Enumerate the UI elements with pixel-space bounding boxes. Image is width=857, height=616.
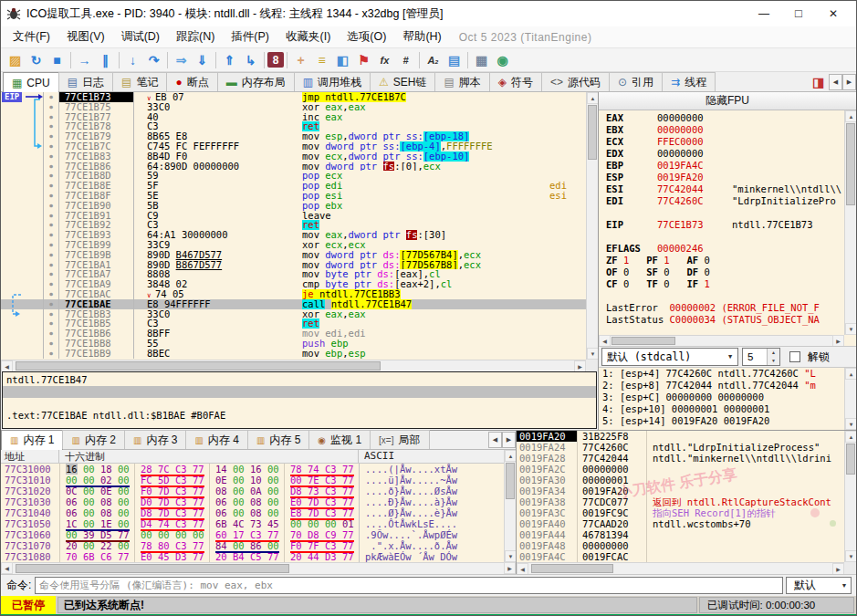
tab-scroll-right-button[interactable] (842, 74, 856, 90)
breakpoint-dot[interactable]: ● (43, 230, 59, 240)
register-row[interactable]: ESI77C42044"minkernel\\ntdll\\ (599, 183, 844, 195)
breakpoint-dot[interactable]: ● (43, 309, 59, 319)
dump-row[interactable]: 77C3100016 00 18 0028 7C C3 7714 00 16 0… (1, 464, 516, 475)
strings-icon[interactable]: A₂ (423, 50, 444, 70)
tab-dump4[interactable]: ▥内存 4 (185, 430, 247, 449)
stack-row[interactable]: 0019FA3C0019FC9C指向SEH_Record[1]的指针 (517, 507, 844, 518)
command-default-select[interactable]: 默认 (786, 577, 852, 594)
disasm-row[interactable]: ●77CE1B7533C0xor eax,eax (1, 102, 586, 112)
stack-vscrollbar[interactable] (844, 431, 856, 562)
stack-row[interactable]: 0019FA4077CAAD20ntdll.wcstombs+70 (517, 518, 844, 529)
stack-row[interactable]: 0019FA340019FA20 (517, 485, 844, 496)
disasm-row[interactable]: ●77CE1B838B4D F0mov ecx,dword ptr ss:[eb… (1, 151, 586, 162)
breakpoint-dot[interactable]: ● (43, 289, 59, 299)
tab-log[interactable]: ▤日志 (58, 72, 113, 91)
menu-item-plugins[interactable]: 插件(P) (223, 27, 277, 47)
breakpoint-dot[interactable]: ● (43, 299, 59, 309)
breakpoint-dot[interactable]: ● (43, 240, 59, 250)
tab-threads[interactable]: ⇉线程 (662, 72, 716, 91)
register-row[interactable]: EAX00000000 (599, 112, 844, 124)
stack-row[interactable]: 0019FA4C0019FCAC (517, 551, 844, 562)
register-row[interactable] (599, 290, 844, 302)
breakpoint-dot[interactable]: ● (43, 191, 59, 201)
menu-item-options[interactable]: 选项(O) (339, 27, 394, 47)
tab-cpu[interactable]: ▦CPU (3, 72, 59, 92)
calculator-icon[interactable]: ▦ (471, 50, 492, 70)
registers-vscrollbar[interactable] (844, 110, 856, 335)
arg-count-stepper[interactable]: 5 (742, 348, 780, 366)
minimize-button[interactable] (747, 3, 781, 25)
stack-hscrollbar[interactable] (517, 562, 844, 574)
register-row[interactable]: CF 0 TF 0 IF 1 (599, 278, 844, 290)
stack-row[interactable]: 0019FA2477C4260Cntdll."LdrpInitializePro… (517, 442, 844, 453)
breakpoint-dot[interactable]: ● (43, 349, 59, 359)
tab-scroll-left-button[interactable] (829, 74, 842, 90)
arg-row[interactable]: 3: [esp+C] 00000000 00000000 (599, 392, 856, 403)
register-row[interactable]: EBX00000000 (599, 124, 844, 136)
modules-icon[interactable]: ▤ (444, 50, 465, 70)
register-row[interactable]: EFLAGS00000246 (599, 243, 844, 255)
close-button[interactable] (816, 3, 851, 25)
hide-fpu-button[interactable]: 隐藏FPU (599, 92, 856, 110)
breakpoint-dot[interactable]: ● (43, 260, 59, 270)
arg-row[interactable]: 5: [esp+14] 0019FA20 0019FA20 (599, 415, 856, 427)
patches-icon[interactable]: + (290, 50, 311, 70)
breakpoint-dot[interactable]: ● (43, 201, 59, 211)
dump-row[interactable]: 77C3108070 6B C6 77E0 45 D3 7720 B4 C5 7… (1, 551, 516, 562)
arg-row[interactable]: 1: [esp+4] 77C4260C ntdll.77C4260C "L (599, 368, 856, 380)
dump-row[interactable]: 77C310200C 00 0E 00F0 7D C3 7708 00 0A 0… (1, 485, 516, 496)
trace-record-icon[interactable]: 8 (267, 52, 284, 68)
stack-row[interactable]: 0019FA4800000000 (517, 540, 844, 551)
stack-row[interactable]: 0019FA3877CDC077返回到 ntdll.RtlCaptureStac… (517, 496, 844, 507)
tab-dump2[interactable]: ▥内存 2 (62, 430, 124, 449)
tab-breakpoints[interactable]: ●断点 (166, 72, 217, 91)
breakpoint-dot[interactable]: ● (43, 112, 59, 122)
dump-row[interactable]: 77C3107020 00 22 0078 80 C3 7784 00 86 0… (1, 540, 516, 551)
dump-row[interactable]: 77C310501C 00 1E 00D4 74 C3 776B 4C 73 4… (1, 518, 516, 529)
register-row[interactable]: EDX00000000 (599, 148, 844, 160)
breakpoint-dot[interactable]: ● (43, 141, 59, 151)
tab-notes[interactable]: ▤笔记 (112, 72, 167, 91)
dump-vscrollbar[interactable] (504, 450, 516, 562)
maximize-button[interactable] (781, 3, 816, 25)
arg-row[interactable]: 2: [esp+8] 77C42044 ntdll.77C42044 "m (599, 380, 856, 392)
register-row[interactable]: EBP0019FA4C (599, 160, 844, 172)
stack-row[interactable]: 0019FA4446781394 (517, 529, 844, 540)
stack-row[interactable]: 0019FA2877C42044ntdll."minkernel\\ntdll\… (517, 453, 844, 464)
menu-item-help[interactable]: 帮助(H) (394, 27, 449, 47)
step-user-icon[interactable]: ↳ (240, 50, 261, 70)
menu-item-trace[interactable]: 跟踪(N) (168, 27, 223, 47)
disasm-vscrollbar[interactable] (586, 92, 598, 360)
labels-icon[interactable]: ◧ (332, 50, 353, 70)
execute-till-return-icon[interactable]: ⇓ (192, 50, 213, 70)
tab-call-stack[interactable]: ▥调用堆栈 (294, 72, 371, 91)
registers-hscrollbar[interactable] (599, 335, 844, 346)
command-input[interactable] (35, 577, 783, 594)
register-row[interactable]: OF 0 SF 0 DF 0 (599, 266, 844, 278)
run-to-user-code-icon[interactable]: ⇑ (219, 50, 240, 70)
animate-into-icon[interactable]: ⇒ (171, 50, 192, 70)
tab-script[interactable]: ▤脚本 (434, 72, 489, 91)
stack-row[interactable]: 0019FA3000000001 (517, 475, 844, 485)
register-row[interactable]: ZF 1 PF 1 AF 0 (599, 255, 844, 266)
breakpoint-dot[interactable]: ● (43, 181, 59, 191)
tab-seh[interactable]: ⚠SEH链 (370, 72, 435, 91)
tab-dump3[interactable]: ▥内存 3 (124, 430, 186, 449)
breakpoint-dot[interactable]: ● (43, 171, 59, 181)
register-row[interactable] (599, 326, 844, 335)
register-row[interactable]: LastStatus C0000034 (STATUS_OBJECT_NA (599, 314, 844, 326)
comments-icon[interactable]: ≡ (311, 50, 332, 70)
tab-watch1[interactable]: ◉监视 1 (308, 430, 371, 449)
disasm-row[interactable]: ●77CE1BB98BECmov ebp,esp (1, 349, 586, 359)
unlock-checkbox[interactable] (789, 351, 800, 362)
breakpoint-dot[interactable]: ● (43, 92, 59, 102)
hash-icon[interactable]: # (395, 50, 416, 70)
breakpoint-dot[interactable]: ● (43, 131, 59, 141)
disasm-row[interactable]: ●77CE1B905Bpop ebx (1, 201, 586, 211)
dump-row[interactable]: 77C3104006 00 08 00D8 7D C3 7706 00 08 0… (1, 507, 516, 518)
register-row[interactable]: ECXFFEC0000 (599, 136, 844, 148)
menu-item-file[interactable]: 文件(F) (5, 27, 58, 47)
dump-row[interactable]: 77C3106000 39 D5 7700 00 00 0060 17 C3 7… (1, 529, 516, 540)
breakpoint-dot[interactable]: ● (43, 279, 59, 289)
breakpoint-dot[interactable]: ● (43, 121, 59, 131)
